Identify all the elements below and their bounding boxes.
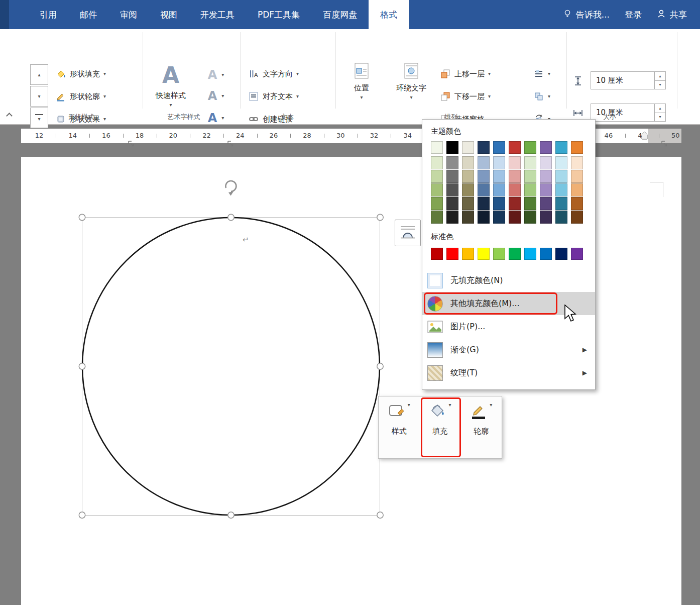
theme-color-shade-swatch[interactable] xyxy=(446,183,458,196)
standard-color-swatch[interactable] xyxy=(555,248,567,260)
theme-color-shade-swatch[interactable] xyxy=(555,211,567,224)
standard-color-swatch[interactable] xyxy=(446,248,458,260)
fill-button[interactable]: ▾ 填充 xyxy=(420,396,461,458)
shape-outline-button[interactable]: 形状轮廓 ▾ xyxy=(53,89,108,104)
quick-styles-button[interactable]: A 快速样式 ▾ xyxy=(147,62,195,108)
theme-color-swatch[interactable] xyxy=(493,141,505,154)
style-button[interactable]: ▾ 样式 xyxy=(379,396,420,458)
tab-pdf-toolset[interactable]: PDF工具集 xyxy=(246,0,311,29)
tab-developer[interactable]: 开发工具 xyxy=(189,0,246,29)
shape-fill-button[interactable]: 形状填充 ▾ xyxy=(53,66,108,81)
theme-color-shade-swatch[interactable] xyxy=(524,156,536,169)
theme-color-shade-swatch[interactable] xyxy=(478,183,490,196)
layout-options-button[interactable] xyxy=(395,220,421,246)
theme-color-shade-swatch[interactable] xyxy=(462,156,474,169)
shape-height-input[interactable]: 10 厘米 ▴ ▾ xyxy=(591,71,666,89)
step-up-icon[interactable]: ▴ xyxy=(655,72,665,81)
text-effects-button[interactable]: A ▾ xyxy=(200,109,232,128)
menu-item-no-fill[interactable]: 无填充颜色(N) xyxy=(422,269,595,292)
theme-color-swatch[interactable] xyxy=(540,141,552,154)
shape-styles-dialog-launcher[interactable] xyxy=(128,140,136,148)
shape-width-input[interactable]: 10 厘米 ▴ ▾ xyxy=(591,104,666,122)
send-backward-button[interactable]: 下移一层 ▾ xyxy=(438,89,493,104)
theme-color-swatch[interactable] xyxy=(478,141,490,154)
theme-color-shade-swatch[interactable] xyxy=(555,170,567,183)
theme-color-shade-swatch[interactable] xyxy=(509,170,521,183)
theme-color-shade-swatch[interactable] xyxy=(571,156,583,169)
theme-color-shade-swatch[interactable] xyxy=(540,156,552,169)
theme-color-shade-swatch[interactable] xyxy=(446,170,458,183)
step-down-icon[interactable]: ▾ xyxy=(655,113,665,122)
tab-baidu-netdisk[interactable]: 百度网盘 xyxy=(311,0,369,29)
standard-color-swatch[interactable] xyxy=(431,248,443,260)
tab-view[interactable]: 视图 xyxy=(149,0,189,29)
standard-color-swatch[interactable] xyxy=(462,248,474,260)
theme-color-shade-swatch[interactable] xyxy=(431,197,443,210)
align-text-button[interactable]: 对齐文本 ▾ xyxy=(246,89,301,104)
gallery-scroll-up-button[interactable]: ▴ xyxy=(30,64,48,85)
theme-color-shade-swatch[interactable] xyxy=(493,197,505,210)
menu-item-texture[interactable]: 纹理(T) ▶ xyxy=(422,361,595,384)
theme-color-shade-swatch[interactable] xyxy=(493,170,505,183)
text-outline-button[interactable]: A ▾ xyxy=(200,86,232,106)
theme-color-shade-swatch[interactable] xyxy=(509,183,521,196)
standard-color-swatch[interactable] xyxy=(540,248,552,260)
theme-color-swatch[interactable] xyxy=(524,141,536,154)
size-dialog-launcher[interactable] xyxy=(661,140,669,148)
sign-in-button[interactable]: 登录 xyxy=(625,9,642,21)
position-button[interactable]: 位置 ▾ xyxy=(345,62,378,100)
tab-format[interactable]: 格式 xyxy=(369,0,409,29)
theme-color-shade-swatch[interactable] xyxy=(446,197,458,210)
theme-color-shade-swatch[interactable] xyxy=(571,211,583,224)
collapse-ribbon-icon[interactable] xyxy=(6,113,13,119)
theme-color-shade-swatch[interactable] xyxy=(540,211,552,224)
theme-color-shade-swatch[interactable] xyxy=(462,183,474,196)
theme-color-shade-swatch[interactable] xyxy=(540,197,552,210)
theme-color-shade-swatch[interactable] xyxy=(540,183,552,196)
theme-color-shade-swatch[interactable] xyxy=(478,170,490,183)
theme-color-swatch[interactable] xyxy=(571,141,583,154)
theme-color-shade-swatch[interactable] xyxy=(509,211,521,224)
tab-references[interactable]: 引用 xyxy=(28,0,68,29)
tab-mailings[interactable]: 邮件 xyxy=(68,0,108,29)
outline-button[interactable]: ▾ 轮廓 xyxy=(460,396,502,458)
theme-color-swatch[interactable] xyxy=(446,141,458,154)
bring-forward-button[interactable]: 上移一层 ▾ xyxy=(438,66,493,81)
theme-color-shade-swatch[interactable] xyxy=(509,197,521,210)
theme-color-shade-swatch[interactable] xyxy=(571,197,583,210)
text-fill-button[interactable]: A ▾ xyxy=(200,65,232,84)
theme-color-shade-swatch[interactable] xyxy=(478,211,490,224)
height-stepper[interactable]: ▴ ▾ xyxy=(654,72,665,89)
theme-color-shade-swatch[interactable] xyxy=(555,156,567,169)
theme-color-shade-swatch[interactable] xyxy=(571,170,583,183)
theme-color-shade-swatch[interactable] xyxy=(524,183,536,196)
step-up-icon[interactable]: ▴ xyxy=(655,104,665,113)
wrap-text-button[interactable]: 环绕文字 ▾ xyxy=(388,62,435,100)
theme-color-shade-swatch[interactable] xyxy=(478,156,490,169)
share-button[interactable]: 共享 xyxy=(657,9,687,21)
theme-color-shade-swatch[interactable] xyxy=(524,211,536,224)
theme-color-shade-swatch[interactable] xyxy=(555,197,567,210)
group-objects-button[interactable]: ▾ xyxy=(531,89,552,104)
theme-color-shade-swatch[interactable] xyxy=(446,156,458,169)
tell-me-button[interactable]: 告诉我... xyxy=(563,9,610,21)
gallery-more-button[interactable]: ▾ xyxy=(30,108,48,128)
theme-color-shade-swatch[interactable] xyxy=(524,170,536,183)
step-down-icon[interactable]: ▾ xyxy=(655,81,665,89)
standard-color-swatch[interactable] xyxy=(478,248,490,260)
align-objects-button[interactable]: ▾ xyxy=(531,66,552,81)
theme-color-swatch[interactable] xyxy=(555,141,567,154)
standard-color-swatch[interactable] xyxy=(493,248,505,260)
theme-color-shade-swatch[interactable] xyxy=(431,170,443,183)
theme-color-shade-swatch[interactable] xyxy=(493,156,505,169)
right-indent-marker[interactable] xyxy=(641,131,648,142)
gallery-scroll-down-button[interactable]: ▾ xyxy=(30,86,48,107)
theme-color-shade-swatch[interactable] xyxy=(446,211,458,224)
theme-color-shade-swatch[interactable] xyxy=(431,211,443,224)
standard-color-swatch[interactable] xyxy=(524,248,536,260)
theme-color-shade-swatch[interactable] xyxy=(524,197,536,210)
theme-color-swatch[interactable] xyxy=(509,141,521,154)
theme-color-shade-swatch[interactable] xyxy=(493,183,505,196)
theme-color-swatch[interactable] xyxy=(431,141,443,154)
theme-color-shade-swatch[interactable] xyxy=(478,197,490,210)
